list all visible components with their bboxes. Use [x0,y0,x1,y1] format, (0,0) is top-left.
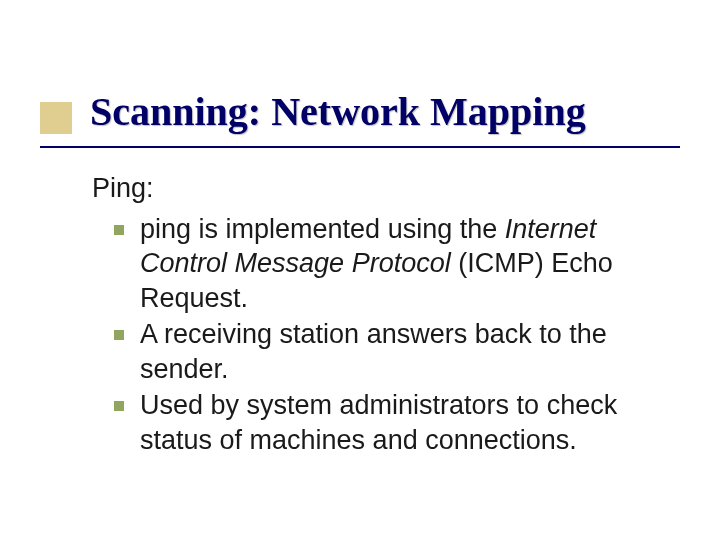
text-fragment-italic: rotocol [370,248,451,278]
text-fragment-italic: C [140,248,160,278]
bullet-text-3: Used by system administrators to check s… [140,388,660,457]
text-fragment-italic: ontrol [160,248,235,278]
text-fragment-italic: M [235,248,258,278]
text-fragment: ping is implemented using the [140,214,505,244]
bullet-icon [114,225,124,235]
slide-body: Ping: ping is implemented using the Inte… [92,172,660,460]
bullet-text-1: ping is implemented using the Internet C… [140,212,660,316]
title-accent-box [40,102,72,134]
bullet-icon [114,401,124,411]
title-container: Scanning: Network Mapping [90,90,680,134]
bullet-icon [114,330,124,340]
text-fragment-italic: essage [257,248,352,278]
list-item: Used by system administrators to check s… [114,388,660,457]
title-underline [40,146,680,148]
text-fragment-italic: Internet [505,214,604,244]
list-item: ping is implemented using the Internet C… [114,212,660,316]
bullet-text-2: A receiving station answers back to the … [140,317,660,386]
list-item: A receiving station answers back to the … [114,317,660,386]
text-fragment-italic: P [352,248,370,278]
bullet-list: ping is implemented using the Internet C… [114,212,660,458]
slide: Scanning: Network Mapping Ping: ping is … [0,0,720,540]
body-subhead: Ping: [92,172,660,206]
slide-title: Scanning: Network Mapping [90,90,680,134]
